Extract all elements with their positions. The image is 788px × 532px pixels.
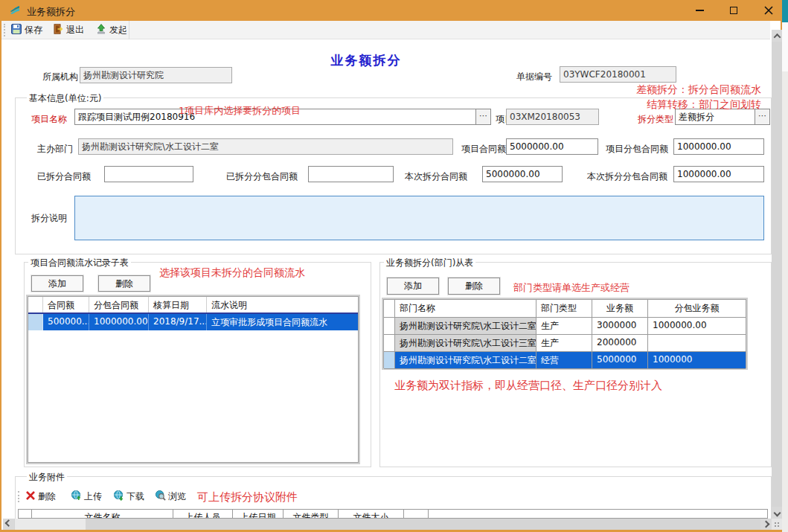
split-amt-field[interactable]: [104, 166, 193, 182]
resize-grip[interactable]: [772, 519, 782, 530]
exit-label: 退出: [66, 24, 84, 36]
flow-table-row[interactable]: 500000... 1000000.00 2018/9/17... 立项审批形成…: [28, 314, 358, 330]
col-empty: [429, 510, 767, 519]
attach-delete-button[interactable]: 删除: [25, 490, 56, 503]
cur-amt-field[interactable]: [482, 166, 563, 182]
horizontal-scroll-thumb[interactable]: [15, 519, 86, 530]
attach-download-button[interactable]: 下载: [113, 490, 144, 503]
contract-amt-label: 项目合同额: [461, 143, 506, 156]
save-button[interactable]: 保存: [7, 22, 45, 38]
attachments-group-label: 业务附件: [27, 471, 67, 484]
background-window-content: [782, 22, 788, 71]
exit-button[interactable]: 退出: [49, 22, 87, 38]
basic-info-group-label: 基本信息(单位:元): [27, 92, 103, 105]
dept-table-row-selected[interactable]: 扬州勘测设计研究院\水工设计二室 经营 5000000 1000000: [384, 352, 746, 369]
contract-amt-field[interactable]: [506, 138, 598, 155]
app-window: 业务额拆分: [0, 0, 782, 532]
host-dept-field[interactable]: [78, 138, 453, 155]
cur-sub-amt-label: 本次拆分分包合同额: [587, 170, 667, 183]
attachment-hint: 可上传拆分协议附件: [197, 490, 298, 504]
save-icon: [10, 23, 22, 37]
dept-add-button[interactable]: 添加: [387, 278, 439, 295]
cur-amt-label: 本次拆分合同额: [405, 170, 467, 183]
col-uploader: 上传人员: [173, 510, 233, 519]
split-desc-textarea[interactable]: [74, 196, 764, 240]
dept-delete-button[interactable]: 删除: [448, 278, 500, 295]
row-selector[interactable]: [28, 314, 43, 330]
cell-dept-type: 经营: [536, 352, 592, 369]
doc-no-field[interactable]: [560, 66, 676, 83]
scroll-right-button[interactable]: [760, 519, 772, 530]
vertical-scrollbar[interactable]: [772, 30, 782, 519]
cell-flow-desc: 立项审批形成项目合同额流水: [207, 314, 358, 330]
cell-sub-biz-amount: 1000000.00: [648, 318, 746, 335]
row-selector[interactable]: [384, 318, 395, 335]
dept-table-row[interactable]: 扬州勘测设计研究院\水工设计三室 生产 2000000: [384, 335, 746, 352]
row-selector-header: [19, 510, 32, 519]
toolbar: 保存 退出: [1, 21, 770, 39]
cur-sub-amt-field[interactable]: [673, 166, 764, 182]
app-icon: [9, 4, 21, 19]
host-dept-label: 主办部门: [37, 143, 73, 156]
split-type-label: 拆分类型: [638, 113, 673, 126]
maximize-button[interactable]: [721, 0, 746, 21]
project-pick-hint: 1项目库内选择要拆分的项目: [179, 104, 301, 118]
minimize-button[interactable]: [687, 0, 712, 21]
sub-amt-field[interactable]: [673, 138, 764, 155]
initiate-up-arrow-icon: [95, 23, 107, 37]
row-selector[interactable]: [384, 352, 395, 369]
exit-door-icon: [52, 23, 64, 37]
attach-browse-label: 浏览: [168, 490, 186, 503]
doc-no-label: 单据编号: [516, 71, 552, 83]
download-globe-icon: [113, 490, 124, 503]
initiate-button[interactable]: 发起: [92, 22, 130, 38]
flow-group-label: 项目合同额流水记录子表: [28, 257, 131, 269]
split-type-picker-button[interactable]: ⋯: [755, 109, 769, 124]
flow-table-header: 合同额 分包合同额 核算日期 流水说明: [28, 297, 358, 314]
split-type-value[interactable]: 差额拆分: [676, 109, 755, 124]
col-file-name: 文件名称: [32, 510, 173, 519]
attach-upload-button[interactable]: 上传: [71, 490, 102, 503]
col-sub-biz-amount: 分包业务额: [648, 300, 746, 318]
attach-delete-label: 删除: [38, 490, 56, 503]
scroll-down-button[interactable]: [772, 507, 782, 519]
window-title: 业务额拆分: [27, 5, 75, 19]
attach-toolbar-grip[interactable]: [18, 490, 20, 503]
flow-hint: 选择该项目未拆分的合同额流水: [159, 266, 305, 280]
dept-group-label: 业务额拆分(部门)从表: [384, 257, 475, 269]
project-name-label: 项目名称: [31, 113, 67, 126]
col-biz-amount: 业务额: [592, 300, 648, 318]
scroll-left-button[interactable]: [3, 519, 14, 530]
attach-upload-label: 上传: [84, 490, 102, 503]
scroll-up-button[interactable]: [772, 30, 782, 42]
dept-table-row[interactable]: 扬州勘测设计研究院\水工设计二室 生产 3000000 1000000.00: [384, 318, 746, 335]
cell-biz-amount: 2000000: [592, 335, 648, 352]
project-name-picker-button[interactable]: ⋯: [475, 109, 490, 124]
cell-amount: 500000...: [43, 314, 89, 330]
org-label: 所属机构: [42, 71, 78, 83]
org-field[interactable]: [80, 67, 232, 83]
horizontal-scrollbar[interactable]: [3, 519, 772, 530]
col-empty: [404, 510, 429, 519]
background-window-titlebar: [782, 0, 788, 22]
col-amount: 合同额: [43, 297, 89, 313]
project-no-field[interactable]: [506, 109, 599, 125]
dept-table-header: 部门名称 部门类型 业务额 分包业务额: [384, 300, 746, 318]
close-button[interactable]: [756, 0, 781, 21]
attach-browse-button[interactable]: 浏览: [155, 490, 186, 503]
cell-sub-biz-amount: 1000000: [648, 352, 746, 369]
cell-biz-amount: 3000000: [592, 318, 648, 335]
split-type-hint-2: 结算转移：部门之间划转: [647, 98, 761, 112]
row-selector-header: [384, 300, 395, 318]
row-selector[interactable]: [384, 335, 395, 352]
flow-add-button[interactable]: 添加: [31, 275, 83, 292]
cell-sub-biz-amount: [648, 335, 746, 352]
attach-download-label: 下载: [126, 490, 144, 503]
flow-table: 合同额 分包合同额 核算日期 流水说明 500000... 1000000.00…: [28, 296, 359, 463]
save-label: 保存: [25, 24, 42, 36]
sub-amt-label: 项目分包合同额: [606, 143, 668, 156]
split-sub-amt-field[interactable]: [308, 166, 394, 182]
flow-delete-button[interactable]: 删除: [98, 275, 150, 292]
col-file-size: 文件大小: [339, 510, 404, 519]
cell-dept-name: 扬州勘测设计研究院\水工设计二室: [395, 352, 536, 369]
